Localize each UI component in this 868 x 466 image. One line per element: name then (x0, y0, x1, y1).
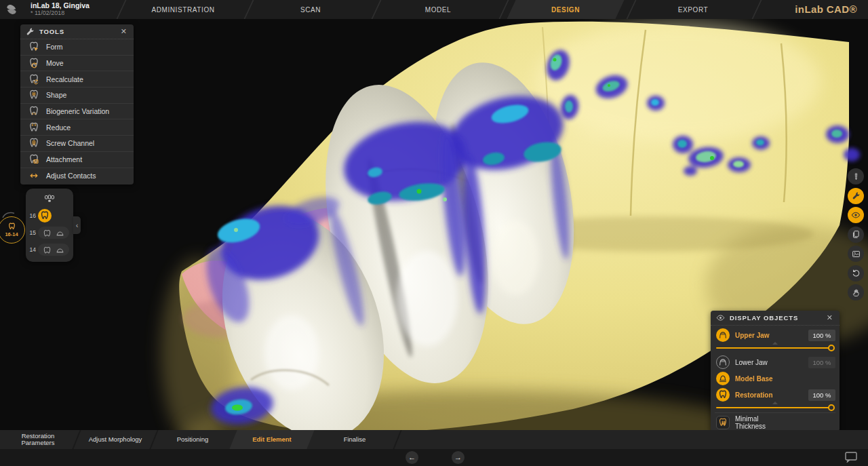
step-edit-element[interactable]: Edit Element (231, 430, 313, 449)
right-toolbar (848, 168, 864, 304)
tab-export[interactable]: EXPORT (629, 0, 757, 19)
tooth-form-icon (28, 41, 39, 52)
tool-item-biogeneric-variation[interactable]: Biogeneric Variation (20, 104, 134, 120)
wrench-icon (26, 27, 35, 36)
display-objects-header: DISPLAY OBJECTS ✕ (711, 311, 840, 326)
tool-item-reduce[interactable]: Reduce (20, 119, 134, 136)
tool-item-attachment[interactable]: Attachment (20, 152, 134, 168)
tool-item-shape[interactable]: Shape (20, 88, 134, 104)
tooth-range-label: 16-14 (5, 231, 18, 237)
slider-track (716, 407, 834, 408)
tooth-selector-panel: 16 15 14 (26, 189, 73, 262)
crown-icon (40, 211, 50, 220)
tooth-reduce-icon (28, 122, 39, 133)
case-date: * 11/02/2018 (31, 9, 90, 17)
display-objects-close-icon[interactable]: ✕ (825, 313, 834, 322)
display-objects-icon[interactable] (848, 207, 864, 223)
pontic-icon (56, 246, 64, 254)
tool-item-screw-channel[interactable]: Screw Channel (20, 136, 134, 152)
pontic-icon (56, 229, 64, 237)
model-base-icon (716, 372, 730, 385)
crown-icon (43, 246, 52, 254)
display-item-restoration[interactable]: Restoration 100 % (711, 387, 840, 403)
case-title: inLab 18, Gingiva (31, 2, 90, 9)
sirona-logo (5, 3, 18, 16)
adjust-contacts-icon (28, 170, 39, 181)
bridge-icon (44, 193, 55, 203)
display-item-lower-jaw[interactable]: Lower Jaw 100 % (711, 354, 840, 370)
undo-icon[interactable] (848, 265, 864, 281)
tooth-row-16: 16 (26, 208, 73, 223)
inlab-cad-window: inLab 18, Gingiva * 11/02/2018 ADMINISTR… (0, 0, 868, 466)
crown-icon (7, 222, 16, 231)
tool-item-form[interactable]: Form (20, 39, 134, 56)
slider-center-notch (772, 342, 778, 345)
workflow-bar: Restoration Parameters Adjust Morphology… (0, 430, 868, 449)
slider-track (716, 347, 834, 349)
restoration-opacity-slider[interactable] (716, 404, 834, 411)
display-objects-panel: DISPLAY OBJECTS ✕ Upper Jaw 100 % Lower … (711, 311, 840, 431)
step-restoration-parameters[interactable]: Restoration Parameters (0, 430, 76, 449)
top-bar: inLab 18, Gingiva * 11/02/2018 ADMINISTR… (0, 0, 868, 19)
display-objects-title: DISPLAY OBJECTS (730, 314, 825, 322)
step-back-button[interactable]: ← (406, 451, 418, 464)
tools-icon[interactable] (848, 188, 864, 204)
tooth-row-15: 15 (26, 225, 73, 240)
phase-tabs: ADMINISTRATION SCAN MODEL DESIGN EXPORT (119, 0, 757, 19)
divider (715, 412, 835, 413)
tab-design[interactable]: DESIGN (502, 0, 629, 19)
lower-jaw-opacity-value: 100 % (808, 357, 835, 368)
brand-logo-text: inLab CAD® (795, 3, 857, 15)
lower-jaw-icon (716, 355, 730, 369)
step-positioning[interactable]: Positioning (155, 430, 231, 449)
crown-icon (43, 229, 52, 237)
tab-scan[interactable]: SCAN (247, 0, 374, 19)
tooth-16-selected-button[interactable] (38, 209, 52, 222)
case-title-block: inLab 18, Gingiva * 11/02/2018 (31, 2, 90, 17)
minimal-thickness-icon (716, 416, 730, 429)
restoration-opacity-value: 100 % (808, 389, 835, 401)
tools-list: Form Move Recalculate Shape Biogeneric V… (20, 39, 134, 184)
slider-center-notch (772, 402, 778, 404)
slider-handle[interactable] (828, 345, 835, 351)
upper-jaw-opacity-slider[interactable] (716, 345, 834, 351)
tool-item-move[interactable]: Move (20, 56, 134, 72)
implant-icon[interactable] (848, 168, 864, 185)
tooth-variation-icon (28, 106, 39, 117)
slider-handle[interactable] (828, 404, 835, 411)
tooth-14-options[interactable] (38, 244, 69, 256)
screw-channel-icon (28, 138, 39, 149)
upper-jaw-opacity-value: 100 % (808, 330, 835, 341)
attachment-icon (28, 154, 39, 165)
tools-panel-header: TOOLS ✕ (20, 24, 134, 39)
tooth-shape-icon (28, 90, 39, 100)
tab-administration[interactable]: ADMINISTRATION (119, 0, 247, 19)
tools-close-icon[interactable]: ✕ (119, 27, 128, 36)
upper-jaw-icon (716, 328, 730, 342)
tab-model[interactable]: MODEL (374, 0, 502, 19)
step-forward-button[interactable]: → (452, 451, 465, 464)
tooth-15-options[interactable] (38, 227, 69, 239)
tooth-number: 15 (26, 229, 38, 236)
step-adjust-morphology[interactable]: Adjust Morphology (77, 430, 153, 449)
tooth-move-icon (28, 58, 39, 69)
step-finalise[interactable]: Finalise (313, 430, 396, 449)
restoration-icon (716, 388, 730, 402)
eye-icon (716, 313, 725, 322)
tooth-row-14: 14 (26, 242, 73, 257)
tool-item-recalculate[interactable]: Recalculate (20, 71, 134, 88)
tools-panel-title: TOOLS (39, 28, 119, 35)
duplicate-view-icon[interactable] (848, 227, 864, 243)
display-item-minimal-thickness[interactable]: Minimal Thickness (711, 414, 840, 431)
display-item-upper-jaw[interactable]: Upper Jaw 100 % (711, 327, 840, 343)
grab-icon[interactable] (848, 284, 864, 300)
tool-item-adjust-contacts[interactable]: Adjust Contacts (20, 168, 134, 185)
screenshot-icon[interactable] (848, 246, 864, 262)
bottom-strip: ← → (0, 449, 868, 466)
tooth-number: 16 (26, 212, 38, 219)
tooth-number: 14 (26, 246, 38, 253)
collapse-chevron[interactable]: ‹ (73, 216, 81, 234)
tooth-recalculate-icon (28, 74, 39, 85)
display-item-model-base[interactable]: Model Base (711, 370, 840, 387)
feedback-chat-icon[interactable] (845, 452, 859, 463)
